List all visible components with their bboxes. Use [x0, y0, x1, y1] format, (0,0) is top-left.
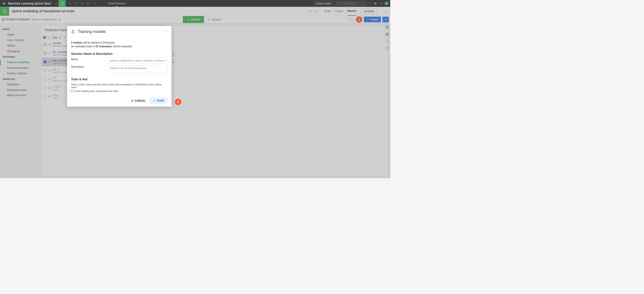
session-description-input[interactable]	[108, 65, 168, 74]
summary-end: features	[105, 41, 115, 44]
description-field-label: Description	[71, 65, 108, 68]
drop-sets-checkbox-row[interactable]: Drop existing sets, recompute new ones	[71, 90, 168, 92]
session-section-header: Session Name & Description	[71, 52, 168, 56]
cancel-button[interactable]: ✕ CANCEL	[131, 99, 146, 102]
est-post: will be evaluated.	[112, 45, 133, 48]
modal-overlay	[0, 0, 390, 178]
est-pre: An estimated total of	[71, 45, 95, 48]
name-field-label: Name	[71, 58, 108, 61]
modal-summary-line2: An estimated total of 37 estimators will…	[71, 45, 168, 48]
drop-sets-label: Drop existing sets, recompute new ones	[75, 90, 118, 92]
traintest-info: Train (11391 rows) and test (2913 rows) …	[71, 83, 168, 89]
flask-icon	[71, 30, 75, 34]
session-name-input[interactable]	[108, 58, 168, 63]
modal-train-button[interactable]: TRAIN	[149, 97, 168, 104]
drop-sets-checkbox[interactable]	[71, 90, 73, 92]
modal-summary-line1: 2 models will be trained on 3 features	[71, 41, 168, 44]
callout-badge-2: 2	[175, 99, 181, 105]
cancel-label: CANCEL	[135, 99, 146, 102]
play-icon	[153, 100, 155, 102]
traintest-section-header: Train & test	[71, 78, 168, 81]
close-icon: ✕	[131, 99, 133, 102]
summary-models: 2 models	[71, 41, 82, 44]
modal-train-label: TRAIN	[156, 99, 164, 102]
close-icon[interactable]: ✕	[165, 30, 168, 33]
est-bold: 37 estimators	[95, 45, 112, 48]
modal-title: Training models	[78, 29, 106, 34]
training-modal: Training models − ✕ 2 models will be tra…	[67, 26, 172, 107]
summary-mid: will be trained on	[82, 41, 103, 44]
minimize-icon[interactable]: −	[160, 30, 162, 33]
